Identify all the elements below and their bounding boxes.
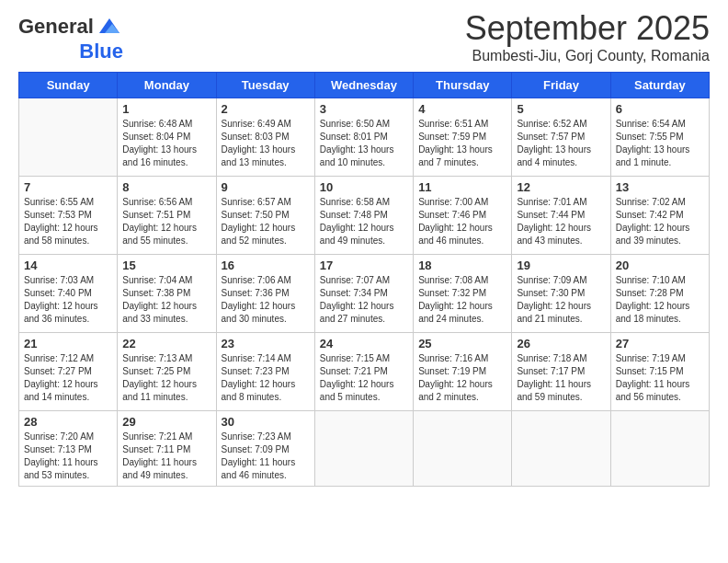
day-info: Sunrise: 6:52 AM Sunset: 7:57 PM Dayligh… — [517, 118, 605, 169]
day-header-wednesday: Wednesday — [314, 73, 413, 98]
day-info: Sunrise: 7:12 AM Sunset: 7:27 PM Dayligh… — [24, 352, 112, 404]
logo-general: General — [18, 16, 94, 38]
day-info: Sunrise: 7:14 AM Sunset: 7:23 PM Dayligh… — [222, 352, 310, 404]
day-number: 4 — [418, 102, 506, 116]
calendar-cell: 15Sunrise: 7:04 AM Sunset: 7:38 PM Dayli… — [118, 255, 216, 333]
calendar-cell: 29Sunrise: 7:21 AM Sunset: 7:11 PM Dayli… — [118, 411, 216, 487]
day-number: 15 — [122, 259, 210, 272]
calendar-cell: 4Sunrise: 6:51 AM Sunset: 7:59 PM Daylig… — [414, 98, 512, 177]
day-number: 26 — [517, 337, 605, 350]
day-info: Sunrise: 6:51 AM Sunset: 7:59 PM Dayligh… — [418, 118, 506, 169]
day-info: Sunrise: 6:50 AM Sunset: 8:01 PM Dayligh… — [320, 118, 408, 169]
day-number: 21 — [24, 337, 112, 350]
calendar-cell: 18Sunrise: 7:08 AM Sunset: 7:32 PM Dayli… — [414, 255, 512, 333]
day-number: 14 — [24, 259, 112, 272]
day-info: Sunrise: 6:58 AM Sunset: 7:48 PM Dayligh… — [320, 196, 408, 247]
day-info: Sunrise: 6:57 AM Sunset: 7:50 PM Dayligh… — [222, 196, 310, 247]
calendar-cell: 10Sunrise: 6:58 AM Sunset: 7:48 PM Dayli… — [314, 177, 413, 255]
day-number: 11 — [418, 180, 506, 194]
week-row-2: 7Sunrise: 6:55 AM Sunset: 7:53 PM Daylig… — [19, 177, 710, 255]
day-number: 30 — [222, 415, 310, 429]
calendar-cell: 12Sunrise: 7:01 AM Sunset: 7:44 PM Dayli… — [512, 177, 610, 255]
calendar-cell: 14Sunrise: 7:03 AM Sunset: 7:40 PM Dayli… — [19, 255, 118, 333]
calendar-cell: 21Sunrise: 7:12 AM Sunset: 7:27 PM Dayli… — [19, 333, 118, 411]
day-info: Sunrise: 7:23 AM Sunset: 7:09 PM Dayligh… — [222, 431, 310, 482]
day-info: Sunrise: 6:55 AM Sunset: 7:53 PM Dayligh… — [24, 196, 112, 247]
calendar-cell: 3Sunrise: 6:50 AM Sunset: 8:01 PM Daylig… — [314, 98, 413, 177]
calendar-cell — [610, 411, 709, 487]
day-info: Sunrise: 7:03 AM Sunset: 7:40 PM Dayligh… — [24, 274, 112, 326]
title-area: September 2025 Bumbesti-Jiu, Gorj County… — [465, 9, 710, 64]
day-info: Sunrise: 7:07 AM Sunset: 7:34 PM Dayligh… — [320, 274, 408, 326]
calendar-cell: 22Sunrise: 7:13 AM Sunset: 7:25 PM Dayli… — [118, 333, 216, 411]
day-number: 1 — [122, 102, 210, 116]
calendar-cell: 1Sunrise: 6:48 AM Sunset: 8:04 PM Daylig… — [118, 98, 216, 177]
calendar-cell — [414, 411, 512, 487]
calendar-cell: 19Sunrise: 7:09 AM Sunset: 7:30 PM Dayli… — [512, 255, 610, 333]
logo-icon — [96, 13, 123, 40]
day-header-thursday: Thursday — [414, 73, 512, 98]
subtitle: Bumbesti-Jiu, Gorj County, Romania — [465, 48, 710, 64]
day-number: 22 — [122, 337, 210, 350]
day-number: 13 — [616, 180, 704, 194]
day-info: Sunrise: 6:49 AM Sunset: 8:03 PM Dayligh… — [222, 118, 310, 169]
calendar-cell: 28Sunrise: 7:20 AM Sunset: 7:13 PM Dayli… — [19, 411, 118, 487]
day-header-sunday: Sunday — [19, 73, 118, 98]
day-number: 16 — [222, 259, 310, 272]
day-header-saturday: Saturday — [610, 73, 709, 98]
calendar-cell: 7Sunrise: 6:55 AM Sunset: 7:53 PM Daylig… — [19, 177, 118, 255]
day-info: Sunrise: 7:15 AM Sunset: 7:21 PM Dayligh… — [320, 352, 408, 404]
calendar-cell: 26Sunrise: 7:18 AM Sunset: 7:17 PM Dayli… — [512, 333, 610, 411]
day-info: Sunrise: 7:21 AM Sunset: 7:11 PM Dayligh… — [122, 431, 210, 482]
day-header-friday: Friday — [512, 73, 610, 98]
day-number: 29 — [122, 415, 210, 429]
week-row-4: 21Sunrise: 7:12 AM Sunset: 7:27 PM Dayli… — [19, 333, 710, 411]
day-header-monday: Monday — [118, 73, 216, 98]
logo: General Blue — [18, 13, 123, 63]
day-info: Sunrise: 7:01 AM Sunset: 7:44 PM Dayligh… — [517, 196, 605, 247]
day-number: 10 — [320, 180, 408, 194]
day-info: Sunrise: 7:18 AM Sunset: 7:17 PM Dayligh… — [517, 352, 605, 404]
day-number: 24 — [320, 337, 408, 350]
day-number: 20 — [616, 259, 704, 272]
calendar-cell: 24Sunrise: 7:15 AM Sunset: 7:21 PM Dayli… — [314, 333, 413, 411]
day-info: Sunrise: 7:00 AM Sunset: 7:46 PM Dayligh… — [418, 196, 506, 247]
calendar-cell — [512, 411, 610, 487]
day-info: Sunrise: 7:09 AM Sunset: 7:30 PM Dayligh… — [517, 274, 605, 326]
day-number: 9 — [222, 180, 310, 194]
day-info: Sunrise: 7:20 AM Sunset: 7:13 PM Dayligh… — [24, 431, 112, 482]
calendar-cell: 2Sunrise: 6:49 AM Sunset: 8:03 PM Daylig… — [216, 98, 314, 177]
logo-blue: Blue — [79, 40, 123, 63]
day-number: 28 — [24, 415, 112, 429]
month-title: September 2025 — [465, 9, 710, 48]
day-info: Sunrise: 7:16 AM Sunset: 7:19 PM Dayligh… — [418, 352, 506, 404]
calendar-cell: 13Sunrise: 7:02 AM Sunset: 7:42 PM Dayli… — [610, 177, 709, 255]
calendar-cell: 17Sunrise: 7:07 AM Sunset: 7:34 PM Dayli… — [314, 255, 413, 333]
calendar-cell — [19, 98, 118, 177]
page-container: General Blue September 2025 Bumbesti-Jiu… — [0, 0, 728, 496]
calendar-cell: 23Sunrise: 7:14 AM Sunset: 7:23 PM Dayli… — [216, 333, 314, 411]
day-info: Sunrise: 7:04 AM Sunset: 7:38 PM Dayligh… — [122, 274, 210, 326]
day-info: Sunrise: 6:48 AM Sunset: 8:04 PM Dayligh… — [122, 118, 210, 169]
day-number: 8 — [122, 180, 210, 194]
calendar-cell — [314, 411, 413, 487]
day-number: 17 — [320, 259, 408, 272]
day-info: Sunrise: 6:54 AM Sunset: 7:55 PM Dayligh… — [616, 118, 704, 169]
day-number: 2 — [222, 102, 310, 116]
calendar-cell: 25Sunrise: 7:16 AM Sunset: 7:19 PM Dayli… — [414, 333, 512, 411]
header-row: SundayMondayTuesdayWednesdayThursdayFrid… — [19, 73, 710, 98]
day-info: Sunrise: 6:56 AM Sunset: 7:51 PM Dayligh… — [122, 196, 210, 247]
calendar-cell: 11Sunrise: 7:00 AM Sunset: 7:46 PM Dayli… — [414, 177, 512, 255]
calendar-cell: 9Sunrise: 6:57 AM Sunset: 7:50 PM Daylig… — [216, 177, 314, 255]
calendar-cell: 6Sunrise: 6:54 AM Sunset: 7:55 PM Daylig… — [610, 98, 709, 177]
calendar-cell: 5Sunrise: 6:52 AM Sunset: 7:57 PM Daylig… — [512, 98, 610, 177]
day-number: 7 — [24, 180, 112, 194]
day-info: Sunrise: 7:06 AM Sunset: 7:36 PM Dayligh… — [222, 274, 310, 326]
header: General Blue September 2025 Bumbesti-Jiu… — [18, 9, 710, 64]
day-number: 18 — [418, 259, 506, 272]
day-info: Sunrise: 7:13 AM Sunset: 7:25 PM Dayligh… — [122, 352, 210, 404]
day-info: Sunrise: 7:02 AM Sunset: 7:42 PM Dayligh… — [616, 196, 704, 247]
day-number: 19 — [517, 259, 605, 272]
week-row-3: 14Sunrise: 7:03 AM Sunset: 7:40 PM Dayli… — [19, 255, 710, 333]
calendar-cell: 16Sunrise: 7:06 AM Sunset: 7:36 PM Dayli… — [216, 255, 314, 333]
